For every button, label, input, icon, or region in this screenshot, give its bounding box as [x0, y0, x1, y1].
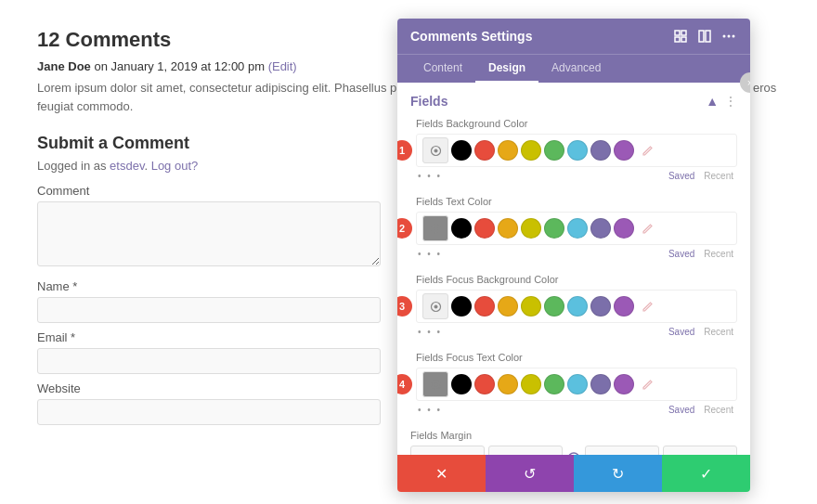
panel-header: Comments Settings: [397, 19, 750, 54]
margin-inputs: Top Bottom Left: [410, 446, 737, 455]
color-row-1: [416, 134, 737, 167]
color-edit-1[interactable]: [637, 140, 657, 161]
saved-label-4: Saved: [668, 405, 694, 415]
color-dot-4-5[interactable]: [567, 374, 588, 394]
tab-content[interactable]: Content: [410, 55, 475, 83]
tab-advanced[interactable]: Advanced: [538, 55, 614, 83]
margin-right-input[interactable]: [663, 446, 737, 455]
color-dot-4-6[interactable]: [590, 374, 611, 394]
saved-label-3: Saved: [668, 327, 694, 337]
color-dot-4-3[interactable]: [521, 374, 541, 394]
color-bottom-row-1: • • •SavedRecent: [416, 167, 737, 183]
color-dot-2-0[interactable]: [451, 218, 472, 239]
three-dots-4[interactable]: • • •: [416, 403, 444, 417]
svg-rect-0: [675, 31, 680, 35]
color-field-4: 4Fields Focus Text Color• • •SavedRecent: [410, 352, 737, 417]
more-icon[interactable]: [720, 28, 737, 45]
resize-icon[interactable]: [672, 28, 689, 45]
section-more-icon[interactable]: ⋮: [724, 94, 737, 109]
name-input[interactable]: [37, 297, 381, 323]
color-dot-1-7[interactable]: [614, 140, 634, 161]
margin-bottom-group: Bottom: [488, 446, 563, 455]
svg-point-16: [434, 382, 437, 386]
svg-rect-5: [706, 31, 710, 42]
color-dot-2-5[interactable]: [567, 218, 588, 239]
three-dots-2[interactable]: • • •: [416, 247, 444, 261]
margin-bottom-input[interactable]: [488, 446, 563, 455]
svg-rect-2: [675, 37, 680, 42]
panel-footer: ✕ ↺ ↻ ✓: [397, 455, 750, 492]
color-row-3: [416, 290, 737, 323]
panel-tabs: Content Design Advanced: [397, 54, 750, 83]
three-dots-1[interactable]: • • •: [416, 169, 444, 183]
color-field-label-4: Fields Focus Text Color: [416, 352, 737, 363]
color-dot-4-0[interactable]: [451, 374, 472, 394]
margin-left-input[interactable]: [585, 446, 659, 455]
color-dot-3-7[interactable]: [614, 296, 634, 317]
color-dot-3-3[interactable]: [521, 296, 541, 317]
color-dot-3-4[interactable]: [544, 296, 564, 317]
color-dot-2-1[interactable]: [474, 218, 495, 239]
margin-lr: Left Right: [585, 446, 737, 455]
color-swatch-4[interactable]: [422, 371, 448, 397]
cancel-button[interactable]: ✕: [397, 455, 486, 492]
badge-1: 1: [397, 140, 412, 161]
color-dot-2-7[interactable]: [614, 218, 634, 239]
color-field-label-3: Fields Focus Background Color: [416, 274, 737, 285]
recent-label-4: Recent: [704, 405, 733, 415]
tab-design[interactable]: Design: [475, 55, 538, 83]
color-dot-1-0[interactable]: [451, 140, 472, 161]
svg-rect-1: [681, 31, 686, 35]
color-dot-2-2[interactable]: [498, 218, 518, 239]
color-swatch-3[interactable]: [422, 293, 448, 319]
color-dot-2-6[interactable]: [590, 218, 611, 239]
color-dot-1-2[interactable]: [498, 140, 518, 161]
color-swatch-1[interactable]: [422, 137, 448, 163]
settings-panel: Comments Settings Content Design Advance…: [397, 19, 750, 492]
website-input[interactable]: [37, 399, 381, 425]
undo-button[interactable]: ↺: [486, 455, 574, 492]
color-dot-1-3[interactable]: [521, 140, 541, 161]
color-bottom-row-3: • • •SavedRecent: [416, 323, 737, 339]
color-dot-3-0[interactable]: [451, 296, 472, 317]
columns-icon[interactable]: [696, 28, 713, 45]
section-chevron-icon[interactable]: ▲: [706, 94, 719, 109]
color-dot-4-4[interactable]: [544, 374, 564, 394]
color-dot-2-3[interactable]: [521, 218, 541, 239]
edit-link[interactable]: (Edit): [268, 59, 297, 73]
color-dot-3-6[interactable]: [590, 296, 611, 317]
svg-point-10: [434, 149, 437, 152]
comment-textarea[interactable]: [37, 201, 381, 266]
color-dot-3-5[interactable]: [567, 296, 588, 317]
color-dot-1-1[interactable]: [474, 140, 495, 161]
color-swatch-2[interactable]: [422, 215, 448, 241]
color-edit-2[interactable]: [637, 218, 657, 239]
logout-link[interactable]: Log out?: [151, 159, 199, 173]
redo-button[interactable]: ↻: [574, 455, 662, 492]
color-dot-1-4[interactable]: [544, 140, 564, 161]
svg-point-8: [733, 35, 735, 38]
recent-label-1: Recent: [704, 171, 733, 181]
logged-in-user-link[interactable]: etsdev: [110, 159, 144, 173]
badge-2: 2: [397, 218, 412, 239]
color-dot-4-2[interactable]: [498, 374, 518, 394]
color-dot-1-6[interactable]: [590, 140, 611, 161]
svg-rect-4: [699, 31, 704, 42]
color-dot-3-1[interactable]: [474, 296, 495, 317]
color-dot-3-2[interactable]: [498, 296, 518, 317]
color-dot-2-4[interactable]: [544, 218, 564, 239]
three-dots-3[interactable]: • • •: [416, 325, 444, 339]
color-row-4: [416, 368, 737, 401]
svg-point-6: [723, 35, 726, 38]
color-field-1: 1Fields Background Color• • •SavedRecent: [410, 118, 737, 183]
color-dot-1-5[interactable]: [567, 140, 588, 161]
save-button[interactable]: ✓: [662, 455, 750, 492]
color-edit-4[interactable]: [637, 374, 657, 394]
email-input[interactable]: [37, 348, 381, 374]
color-dot-4-7[interactable]: [614, 374, 634, 394]
color-edit-3[interactable]: [637, 296, 657, 317]
section-icons: ▲ ⋮: [706, 94, 737, 109]
margin-top-input[interactable]: [410, 446, 485, 455]
color-dot-4-1[interactable]: [474, 374, 495, 394]
margin-link-icon[interactable]: [566, 446, 581, 455]
